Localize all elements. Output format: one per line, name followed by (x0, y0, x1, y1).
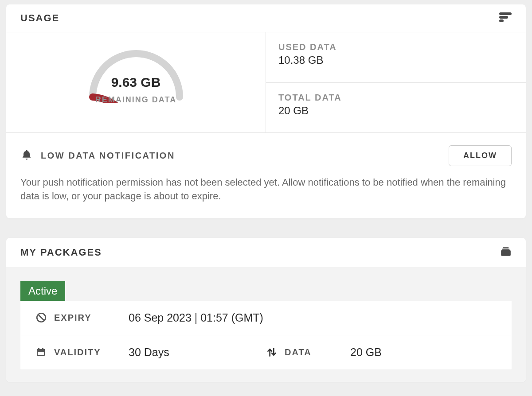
package-details: EXPIRY 06 Sep 2023 | 01:57 (GMT) (20, 301, 512, 369)
svg-rect-11 (42, 348, 43, 350)
svg-rect-12 (38, 352, 44, 355)
svg-rect-1 (499, 16, 508, 19)
svg-line-7 (39, 315, 44, 321)
svg-rect-2 (499, 19, 504, 22)
svg-rect-5 (501, 250, 511, 256)
usage-header: USAGE (6, 4, 526, 32)
data-transfer-icon (266, 346, 278, 358)
data-gauge: 9.63 GB REMAINING DATA (87, 46, 185, 112)
data-value: 20 GB (350, 346, 439, 359)
notification-description: Your push notification permission has no… (20, 176, 512, 203)
packages-card: MY PACKAGES Active EXPIRY (6, 238, 526, 382)
validity-label: VALIDITY (54, 347, 101, 357)
svg-rect-4 (502, 248, 509, 249)
validity-row: VALIDITY 30 Days DATA 20 GB (20, 335, 512, 369)
stack-icon[interactable] (500, 246, 512, 259)
used-data-label: USED DATA (278, 42, 513, 52)
bar-chart-icon[interactable] (499, 12, 512, 24)
data-label: DATA (285, 347, 312, 357)
block-icon (35, 312, 48, 323)
allow-button[interactable]: ALLOW (449, 145, 512, 166)
remaining-data-label: REMAINING DATA (87, 95, 185, 105)
packages-header: MY PACKAGES (6, 238, 526, 267)
used-data-value: 10.38 GB (278, 54, 513, 66)
svg-rect-9 (37, 349, 45, 351)
used-data-cell: USED DATA 10.38 GB (266, 32, 526, 82)
packages-title: MY PACKAGES (20, 247, 102, 258)
expiry-label: EXPIRY (54, 313, 92, 323)
status-badge: Active (20, 281, 65, 301)
svg-rect-3 (503, 247, 509, 248)
packages-body: Active EXPIRY 06 Sep 2023 | 01:57 (GMT) (6, 267, 526, 382)
bell-icon (20, 149, 33, 163)
expiry-row: EXPIRY 06 Sep 2023 | 01:57 (GMT) (20, 301, 512, 335)
svg-rect-0 (499, 12, 512, 15)
notification-title: LOW DATA NOTIFICATION (41, 151, 175, 161)
total-data-value: 20 GB (278, 105, 513, 117)
calendar-icon (35, 347, 48, 357)
usage-body: 9.63 GB REMAINING DATA USED DATA 10.38 G… (6, 32, 526, 132)
remaining-data-value: 9.63 GB (87, 75, 185, 90)
svg-rect-10 (38, 348, 39, 350)
total-data-label: TOTAL DATA (278, 93, 513, 103)
usage-title: USAGE (20, 12, 59, 24)
usage-card: USAGE 9.63 GB REMAINING DATA (6, 4, 526, 218)
notification-section: LOW DATA NOTIFICATION ALLOW Your push no… (6, 132, 526, 218)
stats-column: USED DATA 10.38 GB TOTAL DATA 20 GB (266, 32, 526, 132)
gauge-column: 9.63 GB REMAINING DATA (6, 32, 266, 132)
expiry-value: 06 Sep 2023 | 01:57 (GMT) (129, 311, 497, 324)
validity-value: 30 Days (129, 346, 266, 359)
total-data-cell: TOTAL DATA 20 GB (266, 82, 526, 133)
